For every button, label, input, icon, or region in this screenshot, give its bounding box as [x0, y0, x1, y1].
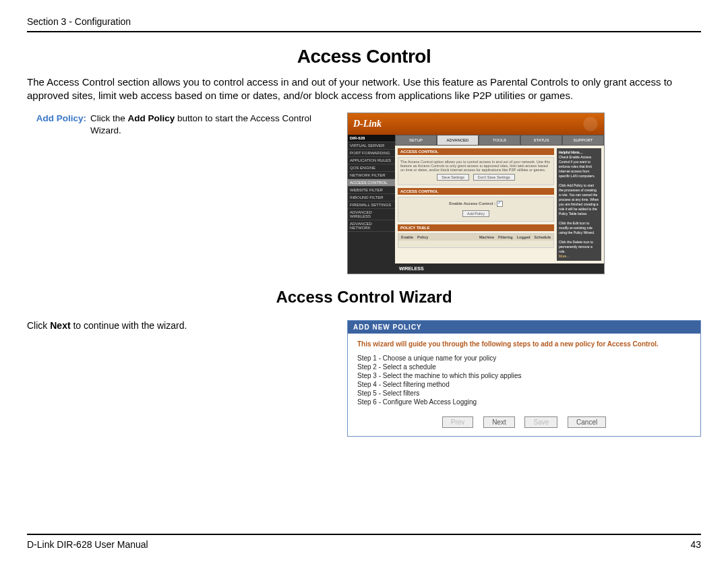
wizard-step-5: Step 5 - Select filters	[357, 389, 691, 397]
policy-table-header: Enable Policy Machine Filtering Logged S…	[398, 234, 553, 241]
screenshot-access-control: D-Link DIR-628 VIRTUAL SERVER PORT FORWA…	[347, 113, 605, 274]
router-brand-header: D-Link	[348, 113, 604, 135]
wizard-panel-title: ADD NEW POLICY	[348, 321, 700, 334]
section-access-control-desc: The Access Control option allows you to …	[398, 157, 554, 185]
wizard-instruction: Click Next to continue with the wizard.	[27, 320, 334, 331]
helpful-hints-text: Check Enable Access Control if you want …	[559, 155, 599, 254]
sidebar-item-network-filter[interactable]: NETWORK FILTER	[348, 172, 395, 179]
col-machine: Machine	[479, 235, 494, 239]
feature-text: Click the Add Policy button to start the…	[90, 113, 334, 137]
footer-page-number: 43	[690, 539, 701, 550]
wizard-text-after: to continue with the wizard.	[71, 320, 187, 331]
wizard-intro: This wizard will guide you through the f…	[357, 340, 691, 348]
page-footer: D-Link DIR-628 User Manual 43	[27, 534, 701, 550]
header-swoosh-graphic	[496, 113, 604, 135]
sidebar-item-qos-engine[interactable]: QOS ENGINE	[348, 164, 395, 172]
next-button[interactable]: Next	[483, 416, 515, 428]
col-schedule: Schedule	[535, 235, 551, 239]
wizard-step-2: Step 2 - Select a schedule	[357, 363, 691, 371]
sidebar-item-virtual-server[interactable]: VIRTUAL SERVER	[348, 142, 395, 150]
feature-text-before: Click the	[90, 113, 128, 123]
page-title: Access Control	[27, 46, 701, 67]
tab-advanced[interactable]: ADVANCED	[437, 135, 479, 146]
footer-manual-title: D-Link DIR-628 User Manual	[27, 539, 148, 550]
sidebar-item-application-rules[interactable]: APPLICATION RULES	[348, 157, 395, 164]
section-header: Section 3 - Configuration	[27, 16, 701, 32]
dont-save-settings-button[interactable]: Don't Save Settings	[473, 174, 515, 181]
router-tabs: SETUP ADVANCED TOOLS STATUS SUPPORT	[395, 135, 604, 146]
enable-access-control-checkbox[interactable]	[497, 201, 503, 207]
wizard-text-before: Click	[27, 320, 50, 331]
save-button[interactable]: Save	[524, 416, 557, 428]
feature-add-policy: Add Policy: Click the Add Policy button …	[27, 113, 334, 137]
section-access-control-title: ACCESS CONTROL	[398, 148, 554, 155]
helpful-hints-panel: Helpful Hints… Check Enable Access Contr…	[557, 148, 601, 261]
cancel-button[interactable]: Cancel	[568, 416, 606, 428]
sidebar-item-access-control[interactable]: ACCESS CONTROL	[348, 179, 395, 187]
helpful-hints-title: Helpful Hints…	[559, 150, 583, 154]
router-sidebar: DIR-628 VIRTUAL SERVER PORT FORWARDING A…	[348, 135, 395, 274]
sidebar-item-advanced-network[interactable]: ADVANCED NETWORK	[348, 220, 395, 232]
subtitle-access-control-wizard: Access Control Wizard	[27, 288, 701, 307]
save-settings-button[interactable]: Save Settings	[437, 174, 469, 181]
feature-label: Add Policy:	[27, 113, 90, 137]
wizard-step-6: Step 6 - Configure Web Access Logging	[357, 398, 691, 406]
enable-access-control-label: Enable Access Control :	[449, 201, 495, 206]
col-logged: Logged	[517, 235, 530, 239]
col-filtering: Filtering	[498, 235, 513, 239]
sidebar-item-inbound-filter[interactable]: INBOUND FILTER	[348, 194, 395, 201]
screenshot-add-new-policy: ADD NEW POLICY This wizard will guide yo…	[347, 320, 701, 437]
section-desc-text: The Access Control option allows you to …	[400, 160, 550, 172]
feature-text-bold: Add Policy	[128, 113, 175, 123]
helpful-hints-more[interactable]: More…	[559, 254, 570, 258]
tab-setup[interactable]: SETUP	[395, 135, 437, 146]
add-policy-button[interactable]: Add Policy	[462, 210, 489, 217]
tab-tools[interactable]: TOOLS	[479, 135, 520, 146]
tab-status[interactable]: STATUS	[520, 135, 562, 146]
sidebar-item-firewall-settings[interactable]: FIREWALL SETTINGS	[348, 201, 395, 209]
tab-support[interactable]: SUPPORT	[562, 135, 604, 146]
col-policy: Policy	[417, 235, 428, 239]
intro-paragraph: The Access Control section allows you to…	[27, 75, 701, 102]
wizard-step-1: Step 1 - Choose a unique name for your p…	[357, 354, 691, 362]
wizard-text-bold: Next	[50, 320, 70, 331]
sidebar-item-advanced-wireless[interactable]: ADVANCED WIRELESS	[348, 209, 395, 220]
sidebar-item-website-filter[interactable]: WEBSITE FILTER	[348, 187, 395, 194]
policy-table-title: POLICY TABLE	[398, 224, 554, 231]
wizard-step-3: Step 3 - Select the machine to which thi…	[357, 372, 691, 379]
prev-button[interactable]: Prev	[442, 416, 474, 428]
wizard-step-4: Step 4 - Select filtering method	[357, 381, 691, 388]
section-access-control-title2: ACCESS CONTROL	[398, 188, 554, 195]
sidebar-item-port-forwarding[interactable]: PORT FORWARDING	[348, 150, 395, 157]
col-enable: Enable	[401, 235, 413, 239]
router-footer-wireless: WIRELESS	[395, 263, 604, 274]
brand-logo-text: D-Link	[353, 119, 382, 129]
sidebar-model: DIR-628	[348, 135, 395, 142]
